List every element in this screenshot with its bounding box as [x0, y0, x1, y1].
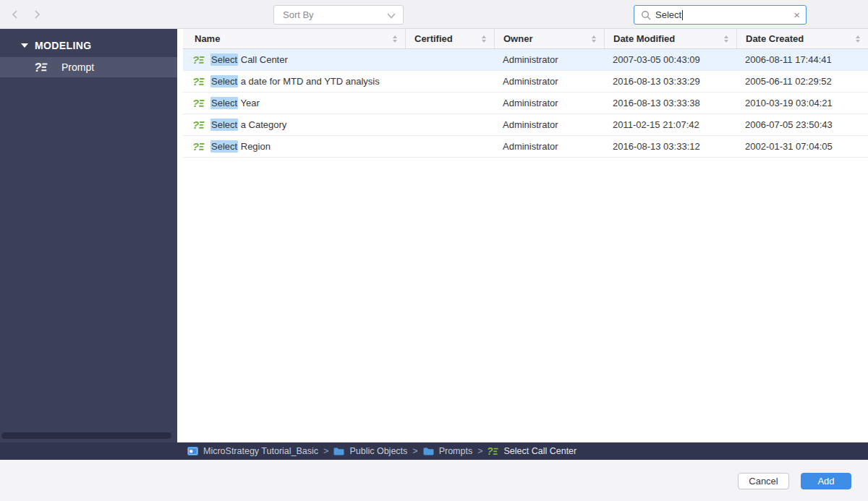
object-name: Select Year: [210, 98, 260, 108]
date-created-cell: 2006-07-05 23:50:43: [736, 114, 868, 135]
horizontal-scrollbar[interactable]: [1, 432, 171, 439]
date-modified-cell: 2016-08-13 03:33:29: [604, 71, 736, 92]
search-input[interactable]: Select: [655, 9, 681, 20]
breadcrumb-item-public-objects[interactable]: Public Objects: [333, 446, 407, 456]
sort-by-label: Sort By: [283, 9, 387, 20]
sort-arrows-icon[interactable]: [592, 35, 596, 43]
object-name: Select a Category: [210, 119, 286, 130]
certified-cell: [405, 93, 494, 114]
chevron-right-icon: [32, 9, 42, 20]
sort-arrows-icon[interactable]: [393, 35, 397, 43]
forward-button[interactable]: [32, 9, 42, 20]
object-name: Select a date for MTD and YTD analysis: [210, 76, 380, 87]
date-modified-cell: 2016-08-13 03:33:38: [604, 93, 736, 114]
folder-icon: [423, 447, 434, 455]
name-cell: Select a Category: [183, 114, 405, 135]
owner-cell: Administrator: [494, 49, 604, 70]
chevron-down-icon: [387, 13, 396, 19]
column-header-date-created[interactable]: Date Created: [736, 29, 868, 48]
dialog-footer: Cancel Add: [0, 460, 868, 501]
breadcrumb-item-prompts[interactable]: Prompts: [423, 446, 473, 456]
date-modified-cell: 2016-08-13 03:33:12: [604, 136, 736, 157]
owner-cell: Administrator: [494, 136, 604, 157]
table-row[interactable]: Select Region Administrator 2016-08-13 0…: [183, 136, 868, 158]
owner-cell: Administrator: [494, 71, 604, 92]
search-match: Select: [210, 140, 238, 153]
prompt-icon: [488, 446, 498, 457]
object-table: Name Certified Owner Date Modified Date …: [183, 29, 868, 442]
name-cell: Select Year: [183, 93, 405, 114]
prompt-icon: [193, 119, 205, 131]
prompt-icon: [193, 76, 205, 87]
table-row[interactable]: Select a Category Administrator 2011-02-…: [183, 114, 868, 136]
breadcrumb-separator: >: [323, 446, 328, 456]
folder-icon: [333, 447, 344, 455]
clear-search-icon[interactable]: ×: [793, 9, 800, 20]
sidebar: MODELING Prompt: [0, 29, 177, 442]
project-icon: [187, 447, 198, 455]
sort-arrows-icon[interactable]: [856, 35, 860, 43]
collapse-triangle-icon: [21, 43, 28, 48]
date-created-cell: 2002-01-31 07:04:05: [736, 136, 868, 157]
search-match: Select: [210, 119, 238, 131]
object-name: Select Region: [210, 141, 271, 152]
name-cell: Select Region: [183, 136, 405, 157]
sort-arrows-icon[interactable]: [482, 35, 486, 43]
sidebar-item-prompt[interactable]: Prompt: [0, 57, 177, 77]
table-row[interactable]: Select a date for MTD and YTD analysis A…: [183, 71, 868, 93]
date-created-cell: 2010-03-19 03:04:21: [736, 93, 868, 114]
table-header: Name Certified Owner Date Modified Date …: [183, 29, 868, 49]
owner-cell: Administrator: [494, 93, 604, 114]
breadcrumb-item-project[interactable]: MicroStrategy Tutorial_Basic: [187, 446, 318, 456]
cancel-button[interactable]: Cancel: [738, 473, 789, 489]
search-match: Select: [210, 97, 238, 109]
breadcrumb: MicroStrategy Tutorial_Basic > Public Ob…: [0, 442, 868, 460]
date-created-cell: 2006-08-11 17:44:41: [736, 49, 868, 70]
prompt-icon: [35, 61, 48, 74]
prompt-icon: [193, 141, 205, 153]
certified-cell: [405, 49, 494, 70]
table-row[interactable]: Select Call Center Administrator 2007-03…: [183, 49, 868, 71]
sort-arrows-icon[interactable]: [724, 35, 728, 43]
sidebar-section-modeling[interactable]: MODELING: [0, 35, 177, 56]
certified-cell: [405, 114, 494, 135]
search-match: Select: [210, 53, 238, 66]
sidebar-section-label: MODELING: [35, 40, 92, 51]
sort-by-dropdown[interactable]: Sort By: [273, 5, 404, 25]
search-box[interactable]: Select ×: [634, 5, 807, 25]
back-button[interactable]: [10, 9, 20, 20]
table-row[interactable]: Select Year Administrator 2016-08-13 03:…: [183, 93, 868, 114]
prompt-icon: [193, 54, 205, 66]
breadcrumb-item-current[interactable]: Select Call Center: [488, 446, 576, 457]
column-header-certified[interactable]: Certified: [405, 29, 494, 48]
name-cell: Select a date for MTD and YTD analysis: [183, 71, 405, 92]
date-modified-cell: 2007-03-05 00:43:09: [604, 49, 736, 70]
owner-cell: Administrator: [494, 114, 604, 135]
name-cell: Select Call Center: [183, 49, 405, 70]
add-button[interactable]: Add: [801, 473, 851, 489]
object-name: Select Call Center: [210, 54, 288, 65]
date-created-cell: 2005-06-11 02:29:52: [736, 71, 868, 92]
column-header-date-modified[interactable]: Date Modified: [604, 29, 736, 48]
column-header-owner[interactable]: Owner: [494, 29, 604, 48]
vertical-scrollbar-track[interactable]: [177, 29, 183, 442]
chevron-left-icon: [10, 9, 20, 20]
column-header-name[interactable]: Name: [183, 29, 405, 48]
certified-cell: [405, 136, 494, 157]
search-icon: [641, 10, 651, 20]
certified-cell: [405, 71, 494, 92]
sidebar-item-label: Prompt: [61, 61, 94, 73]
text-caret: [682, 10, 683, 20]
date-modified-cell: 2011-02-15 21:07:42: [604, 114, 736, 135]
prompt-icon: [193, 98, 205, 109]
breadcrumb-separator: >: [477, 446, 482, 456]
top-toolbar: Sort By Select ×: [0, 0, 868, 29]
search-match: Select: [210, 75, 238, 87]
breadcrumb-separator: >: [412, 446, 417, 456]
